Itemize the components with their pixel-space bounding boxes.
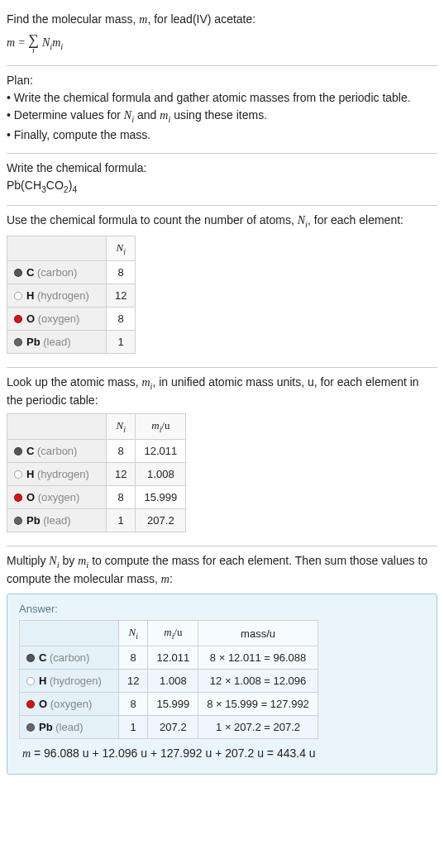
var-m: m <box>52 36 60 49</box>
element-name: (lead) <box>43 336 70 348</box>
text: using these items. <box>170 108 267 122</box>
var-m: m <box>7 36 15 50</box>
text: by <box>60 554 79 567</box>
sub-i: i <box>60 41 63 50</box>
ni-value: 8 <box>107 485 136 508</box>
th-mi: mi/u <box>148 621 198 646</box>
element-cell: H (hydrogen) <box>7 462 107 485</box>
answer-box: Answer: Ni mi/u mass/u C (carbon) 8 12.0… <box>7 594 437 774</box>
th-ni: Ni <box>107 414 136 440</box>
mi-value: 12.011 <box>148 646 198 670</box>
text: : <box>169 572 173 585</box>
mass-value: 1 × 207.2 = 207.2 <box>198 716 318 739</box>
table-row: H (hydrogen) 12 1.008 <box>7 462 186 485</box>
atom-count-table: Ni C (carbon) 8 H (hydrogen) 12 O (oxyge… <box>7 236 136 355</box>
th-element <box>7 414 107 440</box>
table-row: H (hydrogen) 12 <box>7 284 136 308</box>
formula-section: Write the chemical formula: Pb(CH3CO2)4 <box>7 154 437 205</box>
intro-line: Find the molecular mass, m, for lead(IV)… <box>7 12 437 28</box>
element-name: (carbon) <box>37 445 77 457</box>
section-title: Look up the atomic mass, mi, in unified … <box>7 374 437 408</box>
sigma-symbol: ∑ <box>28 33 39 46</box>
plan-bullet: • Determine values for Ni and mi using t… <box>7 107 437 126</box>
var-mi: mi <box>160 109 170 122</box>
element-cell: Pb (lead) <box>7 508 107 532</box>
text: , for lead(IV) acetate: <box>147 12 255 26</box>
answer-table: Ni mi/u mass/u C (carbon) 8 12.011 8 × 1… <box>19 620 318 739</box>
sigma-sum: ∑ i <box>28 33 39 54</box>
ni-value: 8 <box>119 646 148 670</box>
element-name: (carbon) <box>37 266 77 279</box>
element-cell: O (oxygen) <box>7 485 107 508</box>
multiply-section: Multiply Ni by mi to compute the mass fo… <box>7 546 437 783</box>
th-element <box>20 621 119 646</box>
element-cell: C (carbon) <box>7 261 107 284</box>
element-symbol: H <box>39 675 46 687</box>
var-mi: mi <box>141 376 152 389</box>
element-symbol: O <box>26 491 35 503</box>
element-cell: Pb (lead) <box>7 331 107 354</box>
var-ni: Ni <box>298 214 308 227</box>
element-symbol: C <box>39 651 46 664</box>
text: , for each element: <box>308 213 403 227</box>
element-swatch-icon <box>14 447 22 455</box>
element-name: (lead) <box>43 514 70 527</box>
element-symbol: C <box>26 445 34 457</box>
table-row: Pb (lead) 1 207.2 1 × 207.2 = 207.2 <box>20 716 318 739</box>
ni-value: 12 <box>107 284 136 308</box>
element-cell: C (carbon) <box>7 439 107 462</box>
element-swatch-icon <box>14 470 22 479</box>
table-row: C (carbon) 8 12.011 8 × 12.011 = 96.088 <box>20 646 318 670</box>
element-symbol: Pb <box>26 336 41 348</box>
element-swatch-icon <box>14 338 22 346</box>
element-swatch-icon <box>14 517 22 525</box>
element-swatch-icon <box>14 494 22 502</box>
element-symbol: Pb <box>26 514 41 527</box>
element-swatch-icon <box>14 269 22 277</box>
ni-value: 8 <box>107 261 136 284</box>
mass-value: 8 × 15.999 = 127.992 <box>198 693 318 716</box>
sub: 4 <box>72 184 77 193</box>
ni-value: 1 <box>107 331 136 354</box>
text: • Determine values for <box>7 108 124 122</box>
element-cell: O (oxygen) <box>7 308 107 331</box>
text: Look up the atomic mass, <box>7 375 141 389</box>
table-row: C (carbon) 8 <box>7 261 136 284</box>
mass-value: 12 × 1.008 = 12.096 <box>198 670 318 693</box>
table-row: Pb (lead) 1 <box>7 331 136 354</box>
final-equation: m = 96.088 u + 12.096 u + 127.992 u + 20… <box>19 746 425 762</box>
mi-value: 15.999 <box>136 485 186 508</box>
mi-value: 12.011 <box>136 439 186 462</box>
section-title: Write the chemical formula: <box>7 160 437 176</box>
table-row: Pb (lead) 1 207.2 <box>7 508 186 532</box>
text: and <box>134 108 160 122</box>
mi-value: 207.2 <box>136 508 186 532</box>
element-cell: O (oxygen) <box>20 693 119 716</box>
ni-value: 8 <box>107 308 136 331</box>
mass-value: 8 × 12.011 = 96.088 <box>198 646 318 670</box>
ni-value: 8 <box>107 439 136 462</box>
element-symbol: C <box>26 266 34 279</box>
ni-value: 1 <box>119 716 148 739</box>
var-n: N <box>42 36 50 49</box>
var-m: m <box>22 747 31 760</box>
equals: = <box>18 36 25 50</box>
ni-value: 8 <box>119 693 148 716</box>
chemical-formula: Pb(CH3CO2)4 <box>7 178 437 195</box>
plan-title: Plan: <box>7 73 437 88</box>
element-name: (oxygen) <box>38 491 80 503</box>
th-ni: Ni <box>119 621 148 646</box>
mass-section: Look up the atomic mass, mi, in unified … <box>7 368 437 545</box>
answer-label: Answer: <box>19 603 425 615</box>
var-m: m <box>161 573 169 585</box>
th-mi: mi/u <box>136 414 186 440</box>
text: Use the chemical formula to count the nu… <box>7 213 298 227</box>
section-title: Use the chemical formula to count the nu… <box>7 212 437 231</box>
element-swatch-icon <box>26 677 35 685</box>
element-swatch-icon <box>26 723 35 732</box>
th-element <box>7 236 107 261</box>
element-swatch-icon <box>26 700 35 708</box>
element-swatch-icon <box>14 292 22 300</box>
ni-mi: Nimi <box>42 36 63 51</box>
table-row: O (oxygen) 8 15.999 <box>7 485 186 508</box>
